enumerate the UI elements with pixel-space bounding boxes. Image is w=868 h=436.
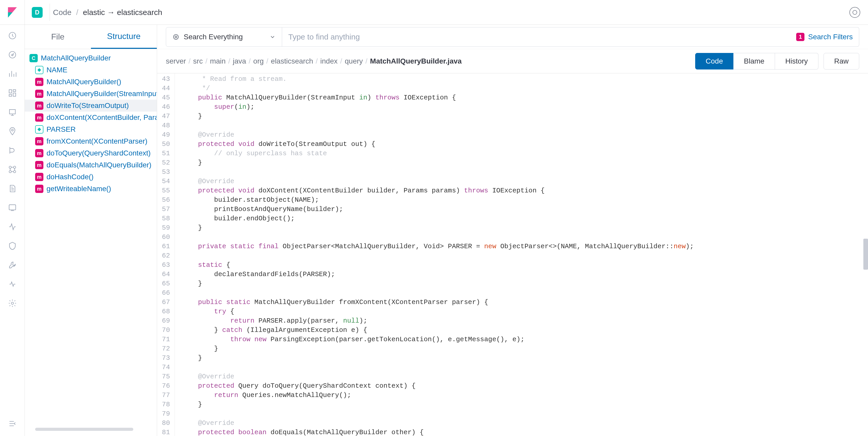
- breadcrumb-root[interactable]: Code: [53, 8, 71, 17]
- kibana-logo-icon[interactable]: [0, 0, 25, 25]
- code-line[interactable]: [174, 167, 868, 177]
- monitoring-icon[interactable]: [8, 279, 17, 289]
- code-line[interactable]: protected Query doToQuery(QueryShardCont…: [174, 381, 868, 391]
- ml-icon[interactable]: [8, 146, 17, 155]
- code-line[interactable]: printBoostAndQueryName(builder);: [174, 205, 868, 214]
- code-line[interactable]: builder.startObject(NAME);: [174, 195, 868, 205]
- code-line[interactable]: @Override: [174, 418, 868, 428]
- code-line[interactable]: @Override: [174, 372, 868, 381]
- code-line[interactable]: * Read from a stream.: [174, 74, 868, 84]
- code-line[interactable]: return Queries.newMatchAllQuery();: [174, 391, 868, 400]
- apm-icon[interactable]: [8, 203, 17, 212]
- path-segment[interactable]: java: [233, 57, 246, 65]
- structure-item[interactable]: NAME: [25, 64, 157, 76]
- code-line[interactable]: }: [174, 223, 868, 232]
- maps-icon[interactable]: [8, 127, 17, 136]
- code-line[interactable]: public static MatchAllQueryBuilder fromX…: [174, 298, 868, 307]
- path-separator: /: [266, 57, 269, 65]
- sidebar-hscroll[interactable]: [25, 428, 157, 431]
- infrastructure-icon[interactable]: [8, 165, 17, 174]
- blame-button[interactable]: Blame: [734, 53, 775, 69]
- structure-item[interactable]: mdoWriteTo(StreamOutput): [25, 100, 157, 112]
- siem-icon[interactable]: [8, 241, 17, 251]
- code-line[interactable]: [174, 232, 868, 242]
- structure-item-label: NAME: [46, 66, 67, 74]
- code-line[interactable]: }: [174, 112, 868, 121]
- code-body[interactable]: * Read from a stream. */ public MatchAll…: [174, 73, 868, 436]
- path-segment[interactable]: src: [193, 57, 203, 65]
- path-segment[interactable]: main: [210, 57, 226, 65]
- code-line[interactable]: super(in);: [174, 102, 868, 112]
- path-segment[interactable]: org: [253, 57, 264, 65]
- code-line[interactable]: [174, 121, 868, 130]
- code-line[interactable]: return PARSER.apply(parser, null);: [174, 316, 868, 325]
- code-line[interactable]: [174, 363, 868, 372]
- code-line[interactable]: private static final ObjectParser<MatchA…: [174, 242, 868, 251]
- code-line[interactable]: [174, 288, 868, 298]
- code-line[interactable]: } catch (IllegalArgumentException e) {: [174, 325, 868, 335]
- structure-item[interactable]: mgetWriteableName(): [25, 183, 157, 195]
- code-line[interactable]: }: [174, 344, 868, 353]
- code-line[interactable]: static {: [174, 260, 868, 270]
- code-line[interactable]: }: [174, 158, 868, 167]
- code-button[interactable]: Code: [695, 53, 734, 69]
- collapse-icon[interactable]: [8, 419, 17, 428]
- tab-structure[interactable]: Structure: [91, 25, 157, 49]
- code-line[interactable]: @Override: [174, 177, 868, 186]
- discover-icon[interactable]: [8, 50, 17, 59]
- method-icon: m: [35, 149, 43, 157]
- space-selector[interactable]: D: [25, 0, 50, 25]
- search-filters-link[interactable]: Search Filters: [808, 33, 853, 41]
- raw-button[interactable]: Raw: [824, 53, 859, 69]
- code-line[interactable]: protected void doWriteTo(StreamOutput ou…: [174, 139, 868, 149]
- code-line[interactable]: */: [174, 84, 868, 93]
- filters-count-badge: 1: [796, 33, 804, 41]
- search-scope-select[interactable]: Search Everything: [166, 27, 282, 47]
- code-line[interactable]: public MatchAllQueryBuilder(StreamInput …: [174, 93, 868, 102]
- history-button[interactable]: History: [775, 53, 818, 69]
- structure-item[interactable]: CMatchAllQueryBuilder: [25, 52, 157, 64]
- structure-item[interactable]: mfromXContent(XContentParser): [25, 135, 157, 147]
- visualize-icon[interactable]: [8, 69, 17, 79]
- svg-point-8: [9, 166, 11, 168]
- code-line[interactable]: try {: [174, 307, 868, 316]
- dev-tools-icon[interactable]: [8, 260, 17, 270]
- path-segment[interactable]: server: [166, 57, 186, 65]
- structure-item[interactable]: mMatchAllQueryBuilder(StreamInput): [25, 88, 157, 100]
- dashboard-icon[interactable]: [8, 88, 17, 98]
- code-line[interactable]: throw new ParsingException(parser.getTok…: [174, 335, 868, 344]
- recent-icon[interactable]: [8, 31, 17, 40]
- structure-item-label: doHashCode(): [46, 173, 94, 181]
- path-segment[interactable]: index: [320, 57, 338, 65]
- code-line[interactable]: protected boolean doEquals(MatchAllQuery…: [174, 428, 868, 436]
- news-icon[interactable]: [849, 7, 860, 18]
- code-line[interactable]: }: [174, 400, 868, 409]
- code-line[interactable]: [174, 251, 868, 260]
- sidebar-tabs: File Structure: [25, 25, 157, 49]
- breadcrumb: Code / elastic → elasticsearch: [50, 4, 162, 21]
- svg-point-10: [9, 170, 11, 173]
- search-input[interactable]: [288, 33, 796, 41]
- code-line[interactable]: declareStandardFields(PARSER);: [174, 270, 868, 279]
- code-line[interactable]: @Override: [174, 130, 868, 139]
- code-line[interactable]: builder.endObject();: [174, 214, 868, 223]
- canvas-icon[interactable]: [8, 107, 17, 117]
- path-segment[interactable]: query: [345, 57, 363, 65]
- structure-item[interactable]: mdoToQuery(QueryShardContext): [25, 147, 157, 159]
- path-segment[interactable]: elasticsearch: [271, 57, 313, 65]
- code-line[interactable]: }: [174, 353, 868, 363]
- tab-file[interactable]: File: [25, 25, 91, 49]
- structure-item[interactable]: mdoHashCode(): [25, 171, 157, 183]
- code-line[interactable]: // only superclass has state: [174, 149, 868, 158]
- scrollbar-thumb[interactable]: [863, 239, 868, 270]
- structure-item[interactable]: mdoXContent(XContentBuilder, Params): [25, 112, 157, 123]
- management-icon[interactable]: [8, 299, 17, 308]
- code-line[interactable]: }: [174, 279, 868, 288]
- code-line[interactable]: protected void doXContent(XContentBuilde…: [174, 186, 868, 195]
- structure-item[interactable]: mMatchAllQueryBuilder(): [25, 76, 157, 88]
- logs-icon[interactable]: [8, 184, 17, 193]
- structure-item[interactable]: PARSER: [25, 123, 157, 135]
- uptime-icon[interactable]: [8, 222, 17, 231]
- structure-item[interactable]: mdoEquals(MatchAllQueryBuilder): [25, 159, 157, 171]
- code-line[interactable]: [174, 409, 868, 418]
